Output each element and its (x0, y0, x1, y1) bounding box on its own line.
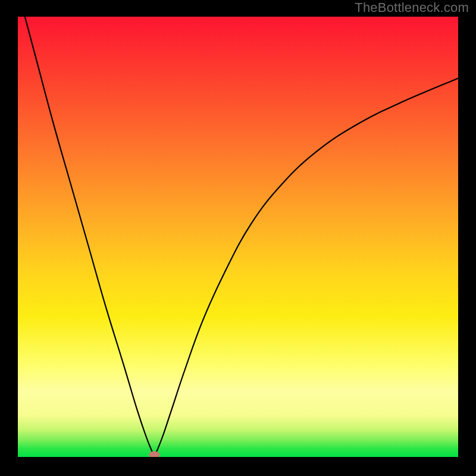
chart-frame: TheBottleneck.com (0, 0, 476, 476)
bottleneck-curve (18, 17, 458, 455)
chart-svg (18, 17, 458, 457)
watermark-text: TheBottleneck.com (355, 0, 469, 15)
minimum-marker (149, 451, 159, 457)
plot-area (18, 17, 458, 457)
